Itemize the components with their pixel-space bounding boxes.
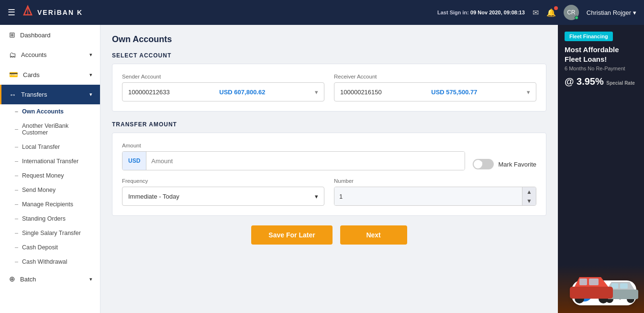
topnav: ☰ VERiBAN K Last Sign in: 09 Nov 2020, 0…	[0, 0, 644, 25]
accounts-chevron-icon: ▾	[89, 52, 92, 58]
sidebar-sub-item-international-transfer[interactable]: International Transfer	[0, 154, 100, 168]
button-row: Save For Later Next	[112, 225, 546, 245]
ad-tag: Fleet Financing	[565, 32, 613, 41]
sidebar-sub-label-another-veribank: Another VeriBank Customer	[22, 123, 92, 136]
cards-icon: 💳	[9, 70, 18, 79]
stepper-decrement-button[interactable]: ▼	[522, 196, 536, 205]
notification-icon[interactable]: 🔔	[546, 8, 556, 17]
receiver-account-select[interactable]: 100000216150 USD 575,500.77 ▾	[334, 82, 536, 101]
sidebar-item-batch[interactable]: ⊕ Batch ▾	[0, 269, 100, 289]
transfers-icon: ↔	[9, 90, 16, 99]
sidebar-item-cards-label: Cards	[23, 71, 40, 78]
sidebar-sub-item-request-money[interactable]: Request Money	[0, 168, 100, 183]
sidebar-sub-item-single-salary[interactable]: Single Salary Transfer	[0, 226, 100, 240]
accounts-icon: 🗂	[9, 51, 16, 59]
sidebar-item-batch-label: Batch	[20, 276, 36, 283]
number-input-wrapper: ▲ ▼	[334, 187, 536, 206]
toggle-wrapper[interactable]: NO	[473, 159, 494, 169]
ad-headline: Most Affordable Fleet Loans!	[558, 45, 644, 64]
ad-rate-label: Special Rate	[606, 80, 634, 86]
save-for-later-button[interactable]: Save For Later	[251, 225, 332, 245]
next-button[interactable]: Next	[340, 225, 407, 245]
sidebar-item-transfers[interactable]: ↔ Transfers ▾	[0, 85, 100, 104]
sidebar-item-accounts-label: Accounts	[21, 51, 46, 58]
sender-account-balance: USD 607,800.62	[219, 89, 265, 96]
number-stepper: ▲ ▼	[522, 187, 536, 205]
amount-input[interactable]	[146, 152, 464, 170]
sidebar-item-dashboard-label: Dashboard	[20, 32, 51, 39]
number-input[interactable]	[334, 187, 522, 205]
toggle-no-label: NO	[476, 161, 483, 166]
sender-account-group: Sender Account 100000212633 USD 607,800.…	[122, 74, 324, 101]
sidebar-sub-item-local-transfer[interactable]: Local Transfer	[0, 140, 100, 154]
logo-text: VERiBAN K	[37, 9, 83, 16]
batch-chevron-icon: ▾	[89, 276, 92, 282]
frequency-value: Immediate - Today	[128, 193, 179, 200]
main-layout: ⊞ Dashboard 🗂 Accounts ▾ 💳 Cards ▾ ↔ Tra…	[0, 25, 644, 313]
user-name[interactable]: Christian Rojger ▾	[587, 9, 636, 16]
sidebar-sub-label-request-money: Request Money	[22, 172, 64, 179]
sidebar-sub-label-manage-recipients: Manage Recipients	[22, 201, 73, 208]
sidebar-sub-label-send-money: Send Money	[22, 187, 56, 193]
receiver-account-number: 100000216150	[340, 89, 382, 96]
transfer-amount-header: TRANSFER AMOUNT	[112, 121, 546, 128]
ad-panel: Fleet Financing Most Affordable Fleet Lo…	[558, 25, 644, 313]
frequency-group: Frequency Immediate - Today ▾	[122, 178, 324, 206]
mark-favorite-toggle[interactable]: NO	[473, 159, 494, 169]
sidebar-item-cards[interactable]: 💳 Cards ▾	[0, 65, 100, 85]
sidebar: ⊞ Dashboard 🗂 Accounts ▾ 💳 Cards ▾ ↔ Tra…	[0, 25, 100, 313]
sidebar-sub-item-standing-orders[interactable]: Standing Orders	[0, 212, 100, 226]
sidebar-item-accounts[interactable]: 🗂 Accounts ▾	[0, 45, 100, 65]
avatar: CR	[564, 5, 579, 20]
select-account-card: Sender Account 100000212633 USD 607,800.…	[112, 64, 546, 112]
frequency-select[interactable]: Immediate - Today ▾	[122, 187, 324, 206]
frequency-label: Frequency	[122, 178, 324, 184]
cards-chevron-icon: ▾	[89, 72, 92, 78]
receiver-account-balance: USD 575,500.77	[431, 89, 477, 96]
sidebar-item-transfers-label: Transfers	[21, 91, 47, 98]
amount-label: Amount	[122, 143, 465, 148]
sidebar-sub-item-manage-recipients[interactable]: Manage Recipients	[0, 197, 100, 212]
transfers-chevron-icon: ▾	[89, 91, 92, 98]
sidebar-sub-label-local-transfer: Local Transfer	[22, 144, 60, 150]
mark-favorite-label: Mark Favorite	[499, 161, 536, 168]
mail-icon[interactable]: ✉	[533, 8, 539, 17]
topnav-left: ☰ VERiBAN K	[8, 4, 83, 21]
sidebar-sub-label-own-accounts: Own Accounts	[22, 108, 64, 115]
account-form-row: Sender Account 100000212633 USD 607,800.…	[122, 74, 536, 101]
ad-subtext: 6 Months No Re-Payment	[558, 64, 644, 73]
receiver-account-label: Receiver Account	[334, 74, 536, 79]
sender-account-number: 100000212633	[128, 89, 170, 96]
amount-row: Amount USD NO Mark Favorite	[122, 143, 536, 170]
sender-account-label: Sender Account	[122, 74, 324, 79]
ad-rate: @ 3.95% Special Rate	[558, 73, 644, 87]
sidebar-item-dashboard[interactable]: ⊞ Dashboard	[0, 25, 100, 45]
stepper-increment-button[interactable]: ▲	[522, 187, 536, 196]
notification-badge	[554, 6, 558, 10]
sender-chevron-icon: ▾	[315, 89, 318, 96]
sidebar-sub-item-send-money[interactable]: Send Money	[0, 183, 100, 197]
amount-input-wrapper: USD	[122, 151, 465, 170]
batch-icon: ⊕	[9, 275, 15, 283]
logo-icon	[21, 4, 34, 21]
ad-cars	[558, 87, 644, 313]
last-signin-label: Last Sign in: 09 Nov 2020, 09:08:13	[437, 10, 525, 15]
receiver-chevron-icon: ▾	[527, 89, 530, 96]
sidebar-sub-item-cash-deposit[interactable]: Cash Deposit	[0, 240, 100, 255]
sidebar-sub-item-another-veribank[interactable]: Another VeriBank Customer	[0, 119, 100, 140]
content-area: Own Accounts SELECT ACCOUNT Sender Accou…	[100, 25, 558, 313]
sidebar-sub-item-cash-withdrawal[interactable]: Cash Withdrawal	[0, 255, 100, 269]
sidebar-sub-label-standing-orders: Standing Orders	[22, 215, 66, 222]
freq-number-row: Frequency Immediate - Today ▾ Number ▲ ▼	[122, 178, 536, 206]
svg-rect-4	[570, 287, 613, 299]
hamburger-icon[interactable]: ☰	[8, 7, 15, 18]
frequency-chevron-icon: ▾	[315, 193, 318, 200]
sidebar-sub-label-single-salary: Single Salary Transfer	[22, 230, 81, 236]
svg-rect-13	[620, 283, 628, 289]
sidebar-sub-label-international-transfer: International Transfer	[22, 158, 78, 165]
sender-account-select[interactable]: 100000212633 USD 607,800.62 ▾	[122, 82, 324, 101]
topnav-right: Last Sign in: 09 Nov 2020, 09:08:13 ✉ 🔔 …	[437, 5, 636, 20]
sidebar-sub-item-own-accounts[interactable]: Own Accounts	[0, 104, 100, 119]
number-label: Number	[334, 178, 536, 184]
currency-tag: USD	[122, 152, 146, 170]
